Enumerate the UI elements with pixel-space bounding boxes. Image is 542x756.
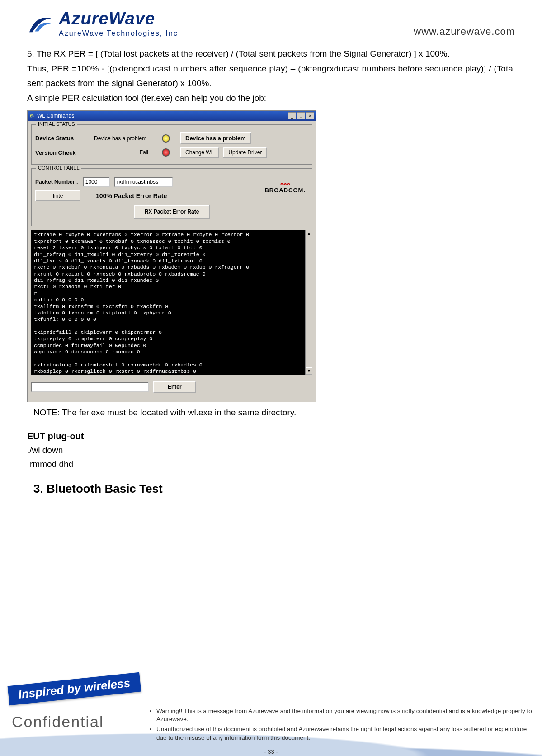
paragraph-3: A simple PER calculation tool (fer.exe) … <box>27 91 515 105</box>
paragraph-2: Thus, PER =100% - [(pktengrxducast numbe… <box>27 62 515 90</box>
version-check-label: Version Check <box>35 149 90 156</box>
device-status-led-icon <box>162 134 170 143</box>
change-wl-button[interactable]: Change WL <box>180 147 219 158</box>
page-footer: Inspired by wireless Confidential Warnin… <box>0 670 542 756</box>
eut-plugout-heading: EUT plug-out <box>27 431 515 442</box>
counter-name-input[interactable] <box>114 177 173 187</box>
footer-bullet-1: Warning!! This is a message from Azurewa… <box>156 707 533 723</box>
console-output: txframe 0 txbyte 0 txretrans 0 txerror 0… <box>31 230 312 375</box>
page-header: AzureWave AzureWave Technologies, Inc. w… <box>27 9 515 38</box>
device-status-label: Device Status <box>35 135 90 142</box>
body-text: 5. The RX PER = [ (Total lost packets at… <box>27 47 515 105</box>
broadcom-logo: 〰︎ BROADCOM. <box>264 182 306 194</box>
rx-per-button[interactable]: RX Packet Error Rate <box>134 205 210 219</box>
window-title: WL Commands <box>37 113 74 119</box>
version-check-value: Fail <box>94 149 157 156</box>
maximize-button[interactable]: □ <box>297 112 305 119</box>
note-text: NOTE: The fer.exe must be located with w… <box>33 408 515 418</box>
broadcom-wave-icon: 〰︎ <box>281 182 290 187</box>
control-panel-label: CONTROL PANEL <box>36 165 81 171</box>
logo-sub-text: AzureWave Technologies, Inc. <box>59 29 181 38</box>
confidential-label: Confidential <box>12 713 104 731</box>
initial-status-label: INITIAL STATUS <box>36 121 77 127</box>
update-driver-button[interactable]: Update Driver <box>223 147 267 158</box>
wl-commands-window: ⚙ WL Commands _ □ × INITIAL STATUS Devic… <box>27 110 316 402</box>
scroll-up-icon[interactable]: ▲ <box>306 230 312 237</box>
packet-number-input[interactable] <box>83 177 110 187</box>
company-url: www.azurewave.com <box>414 26 515 38</box>
logo-main-text: AzureWave <box>59 9 181 29</box>
footer-warnings: Warning!! This is a message from Azurewa… <box>149 707 533 744</box>
packet-number-label: Packet Number : <box>35 179 78 185</box>
device-problem-button[interactable]: Device has a problem <box>180 132 251 144</box>
eut-cmd-2: rmmod dhd <box>30 457 515 471</box>
logo: AzureWave AzureWave Technologies, Inc. <box>27 9 181 38</box>
inite-button[interactable]: Inite <box>35 190 80 201</box>
scroll-down-icon[interactable]: ▼ <box>306 367 312 375</box>
per-result-text: 100% Packet Error Rate <box>96 192 167 200</box>
command-input[interactable] <box>31 382 149 392</box>
initial-status-group: INITIAL STATUS Device Status Device has … <box>31 124 312 165</box>
eut-cmd-1: ./wl down <box>27 443 515 457</box>
paragraph-1: 5. The RX PER = [ (Total lost packets at… <box>27 47 515 61</box>
version-check-led-icon <box>162 148 170 157</box>
device-status-value: Device has a problem <box>94 135 157 142</box>
section-3-heading: 3. Bluetooth Basic Test <box>33 482 515 496</box>
close-button[interactable]: × <box>306 112 314 119</box>
footer-bullet-2: Unauthorized use of this document is pro… <box>156 725 533 742</box>
logo-swoosh-icon <box>27 10 53 37</box>
app-icon: ⚙ <box>29 113 34 119</box>
broadcom-text: BROADCOM. <box>264 187 306 194</box>
console-scrollbar[interactable]: ▲ ▼ <box>305 230 312 375</box>
enter-button[interactable]: Enter <box>153 381 196 393</box>
minimize-button[interactable]: _ <box>288 112 296 119</box>
control-panel-group: CONTROL PANEL 〰︎ BROADCOM. Packet Number… <box>31 168 312 226</box>
page-number: - 33 - <box>264 748 278 755</box>
window-titlebar: ⚙ WL Commands _ □ × <box>28 111 316 121</box>
